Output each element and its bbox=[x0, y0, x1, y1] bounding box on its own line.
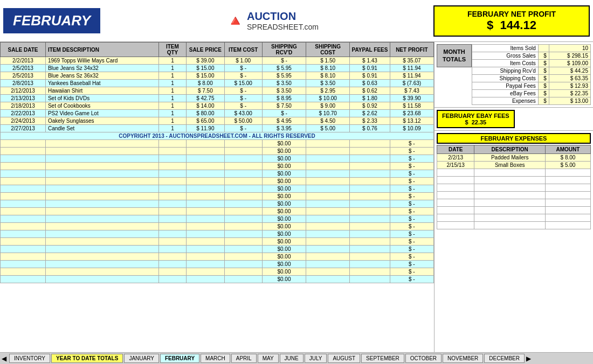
tab-march[interactable]: MARCH bbox=[201, 354, 230, 363]
cell-paypal: $ 0.62 bbox=[350, 87, 390, 95]
cell-date: 2/22/2013 bbox=[1, 110, 46, 117]
expense-empty-row bbox=[437, 169, 591, 177]
empty-table-row: $0.00 $ - bbox=[1, 238, 434, 246]
cell-net: $ 35.07 bbox=[390, 57, 433, 65]
tab-september[interactable]: SEPTEMBER bbox=[361, 354, 404, 363]
cell-paypal: $ 2.62 bbox=[350, 110, 390, 117]
cell-ship-rcvd: $ 5.95 bbox=[262, 65, 306, 72]
month-title: FEBRUARY bbox=[3, 8, 100, 33]
cell-ship-rcvd: $ 7.50 bbox=[262, 102, 306, 110]
expense-empty-row bbox=[437, 207, 591, 214]
tab-scroll-left[interactable]: ◀ bbox=[0, 355, 8, 362]
cell-ship-rcvd: $ 4.95 bbox=[262, 117, 306, 125]
cell-ship-rcvd: $ 8.95 bbox=[262, 95, 306, 102]
cell-qty: 1 bbox=[158, 57, 186, 65]
cell-ship-cost: $ 1.50 bbox=[306, 57, 350, 65]
empty-table-row: $0.00 $ - bbox=[1, 268, 434, 276]
cell-sale: $ 14.00 bbox=[187, 102, 224, 110]
cell-item-cost: $ - bbox=[224, 95, 262, 102]
cell-qty: 1 bbox=[158, 87, 186, 95]
tab-april[interactable]: APRIL bbox=[231, 354, 257, 363]
tab-july[interactable]: JULY bbox=[305, 354, 327, 363]
cell-sale: $ 15.00 bbox=[187, 65, 224, 72]
empty-table-row: $0.00 $ - bbox=[1, 185, 434, 193]
header-shipping-rcvd: SHIPPING RCV'D bbox=[262, 43, 306, 57]
expenses-header: FEBRUARY EXPENSES bbox=[437, 133, 591, 144]
cell-date: 2/5/2013 bbox=[1, 65, 46, 72]
cell-date: 2/12/2013 bbox=[1, 87, 46, 95]
cell-qty: 1 bbox=[158, 125, 186, 132]
table-row: 2/24/2013 Oakely Sunglasses 1 $ 65.00 $ … bbox=[1, 117, 434, 125]
expense-row: 2/2/13 Padded Mailers $ 8.00 bbox=[437, 154, 591, 162]
header-shipping-cost: SHIPPING COST bbox=[306, 43, 350, 57]
cell-net: $ 10.09 bbox=[390, 125, 433, 132]
tabs-bar: ◀ INVENTORYYEAR TO DATE TOTALSJANUARYFEB… bbox=[0, 352, 593, 364]
header-item-cost: ITEM COST bbox=[224, 43, 262, 57]
cell-paypal: $ 1.43 bbox=[350, 57, 390, 65]
empty-table-row: $0.00 $ - bbox=[1, 253, 434, 261]
empty-table-row: $0.00 $ - bbox=[1, 246, 434, 253]
cell-ship-rcvd: $ - bbox=[262, 57, 306, 65]
cell-ship-rcvd: $ 5.95 bbox=[262, 72, 306, 80]
cell-desc: Oakely Sunglasses bbox=[45, 117, 158, 125]
cell-ship-cost: $ 8.10 bbox=[306, 65, 350, 72]
header-item-qty: ITEM QTY bbox=[158, 43, 186, 57]
month-totals-table: Items Sold 10 Gross Sales $ $ 298.15 Ite… bbox=[472, 44, 591, 105]
empty-table-row: $0.00 $ - bbox=[1, 178, 434, 185]
net-profit-box: FEBRUARY NET PROFIT $ 144.12 bbox=[433, 5, 590, 37]
cell-qty: 1 bbox=[158, 110, 186, 117]
table-row: 2/2/2013 1969 Topps Willie Mays Card 1 $… bbox=[1, 57, 434, 65]
expenses-section: FEBRUARY EXPENSES DATE DESCRIPTION AMOUN… bbox=[435, 131, 593, 352]
expense-empty-row bbox=[437, 214, 591, 222]
cell-desc: Hawaiian Shirt bbox=[45, 87, 158, 95]
exp-date: 2/15/13 bbox=[437, 162, 474, 169]
tab-february[interactable]: FEBRUARY bbox=[160, 354, 199, 363]
tab-june[interactable]: JUNE bbox=[280, 354, 304, 363]
cell-item-cost: $ - bbox=[224, 65, 262, 72]
exp-col-date: DATE bbox=[437, 145, 474, 154]
copyright-text: COPYRIGHT 2013 - AUCTIONSPREADSHEET.COM … bbox=[1, 132, 434, 140]
spreadsheet-area[interactable]: SALE DATE ITEM DESCRIPTION ITEM QTY SALE… bbox=[0, 42, 434, 352]
logo-area: 🔺 AUCTION SPREADSHEET.com bbox=[111, 10, 433, 31]
expense-empty-row bbox=[437, 177, 591, 184]
tab-december[interactable]: DECEMBER bbox=[484, 354, 525, 363]
empty-table-row: $0.00 $ - bbox=[1, 215, 434, 223]
cell-qty: 1 bbox=[158, 102, 186, 110]
ebay-fees-section: FEBRUARY EBAY FEES $ 22.35 bbox=[435, 108, 593, 131]
cell-net: $ 11.58 bbox=[390, 102, 433, 110]
cell-ship-cost: $ 2.95 bbox=[306, 87, 350, 95]
tab-inventory[interactable]: INVENTORY bbox=[9, 354, 50, 363]
cell-ship-cost: $ 9.00 bbox=[306, 102, 350, 110]
tab-may[interactable]: MAY bbox=[258, 354, 279, 363]
cell-ship-cost: $ 10.00 bbox=[306, 95, 350, 102]
cell-net: $ 39.90 bbox=[390, 95, 433, 102]
cell-desc: Candle Set bbox=[45, 125, 158, 132]
cell-net: $ 23.68 bbox=[390, 110, 433, 117]
cell-date: 2/2/2013 bbox=[1, 57, 46, 65]
tab-november[interactable]: NOVEMBER bbox=[443, 354, 483, 363]
cell-paypal: $ 1.80 bbox=[350, 95, 390, 102]
cell-ship-rcvd: $ 3.95 bbox=[262, 125, 306, 132]
right-panel: MONTH TOTALS Items Sold 10 Gross Sales $… bbox=[434, 42, 593, 352]
main-table: SALE DATE ITEM DESCRIPTION ITEM QTY SALE… bbox=[0, 42, 434, 283]
tab-august[interactable]: AUGUST bbox=[328, 354, 360, 363]
cell-sale: $ 7.50 bbox=[187, 87, 224, 95]
cell-desc: 1969 Topps Willie Mays Card bbox=[45, 57, 158, 65]
mt-ebay-fees: eBay Fees $ $ 22.35 bbox=[472, 90, 591, 97]
table-row: 2/13/2013 Set of Kids DVDs 1 $ 42.75 $ -… bbox=[1, 95, 434, 102]
table-row: 2/18/2013 Set of Cookbooks 1 $ 14.00 $ -… bbox=[1, 102, 434, 110]
tab-year-to-date-totals[interactable]: YEAR TO DATE TOTALS bbox=[51, 354, 123, 363]
expense-empty-row bbox=[437, 192, 591, 199]
tab-scroll-right[interactable]: ▶ bbox=[525, 355, 533, 362]
main-container: FEBRUARY 🔺 AUCTION SPREADSHEET.com FEBRU… bbox=[0, 0, 593, 364]
tab-january[interactable]: JANUARY bbox=[124, 354, 159, 363]
tab-october[interactable]: OCTOBER bbox=[405, 354, 442, 363]
mt-shipping-costs: Shipping Costs $ $ 63.35 bbox=[472, 75, 591, 82]
cell-ship-rcvd: $ - bbox=[262, 110, 306, 117]
cell-date: 2/24/2013 bbox=[1, 117, 46, 125]
cell-net: $ (7.63) bbox=[390, 80, 433, 87]
mt-items-sold: Items Sold 10 bbox=[472, 45, 591, 52]
cell-date: 2/27/2013 bbox=[1, 125, 46, 132]
cell-sale: $ 15.00 bbox=[187, 72, 224, 80]
cell-total-ship-rcvd: $0.00 bbox=[262, 140, 306, 148]
